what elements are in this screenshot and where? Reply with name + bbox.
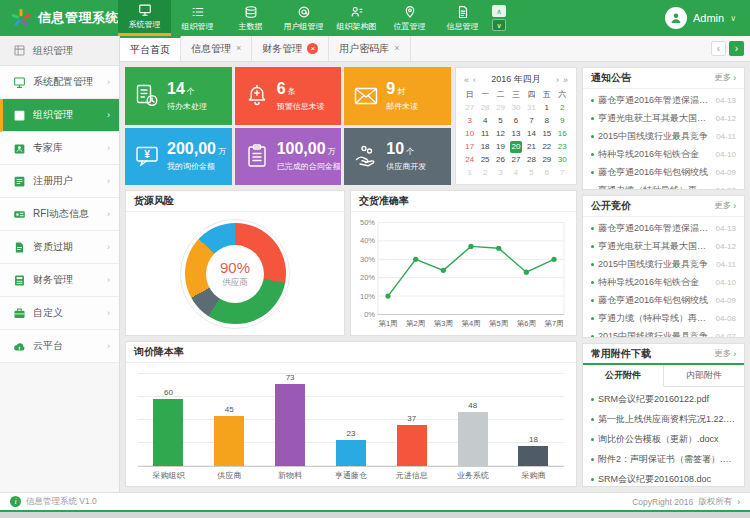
calendar-day[interactable]: 1 <box>464 167 476 179</box>
stat-card-2[interactable]: 6条预警信息未读 <box>235 67 342 125</box>
calendar-day[interactable]: 6 <box>541 167 553 179</box>
calendar-day[interactable]: 7 <box>525 115 537 127</box>
calendar-day[interactable]: 18 <box>479 141 491 153</box>
calendar-next-button[interactable]: › <box>554 75 561 85</box>
calendar-day[interactable]: 12 <box>495 128 507 140</box>
list-item[interactable]: 亨通力缆（特种导线）再次中04-08 <box>583 309 744 327</box>
tab-scroll-right-button[interactable]: › <box>729 41 744 56</box>
list-item[interactable]: 亨通光电获土耳其最大国网运04-12 <box>583 109 744 127</box>
tab-2[interactable]: 信息管理× <box>181 36 252 61</box>
attachment-item[interactable]: SRM会议纪要20160122.pdf <box>583 389 744 409</box>
calendar-day[interactable]: 14 <box>525 128 537 140</box>
tab-1[interactable]: 平台首页 <box>120 36 181 61</box>
calendar-day[interactable]: 26 <box>495 154 507 166</box>
attachment-item[interactable]: 第一批上线供应商资料完况1.22.xlsx <box>583 409 744 429</box>
list-item[interactable]: 藤仓亨通2016年铝包钢绞线04-09 <box>583 163 744 181</box>
stat-card-6[interactable]: 10个供应商开发 <box>344 128 451 186</box>
stat-card-4[interactable]: ¥200,00万我的询价金额 <box>125 128 232 186</box>
sidebar-item-6[interactable]: 资质过期› <box>0 231 119 264</box>
nav-item-4[interactable]: 用户组管理 <box>277 0 330 36</box>
nav-item-5[interactable]: 组织架构图 <box>330 0 383 36</box>
list-item[interactable]: 藤仓亨通2016年管道保温棉询04-13 <box>583 219 744 237</box>
calendar-day[interactable]: 31 <box>525 102 537 114</box>
nav-item-3[interactable]: 主数据 <box>224 0 277 36</box>
list-item[interactable]: 特种导线2016年铝铁合金04-10 <box>583 273 744 291</box>
stat-card-3[interactable]: 9封邮件未读 <box>344 67 451 125</box>
sidebar-item-3[interactable]: 专家库› <box>0 132 119 165</box>
calendar-day[interactable]: 22 <box>541 141 553 153</box>
bidding-more-link[interactable]: 更多 › <box>714 200 736 212</box>
calendar-day[interactable]: 19 <box>495 141 507 153</box>
calendar-day[interactable]: 20 <box>510 141 522 153</box>
calendar-day[interactable]: 30 <box>510 102 522 114</box>
calendar-day[interactable]: 1 <box>541 102 553 114</box>
calendar-day[interactable]: 17 <box>464 141 476 153</box>
calendar-day[interactable]: 3 <box>495 167 507 179</box>
calendar-day[interactable]: 25 <box>479 154 491 166</box>
stat-card-1[interactable]: 14个待办未处理 <box>125 67 232 125</box>
calendar-day[interactable]: 16 <box>556 128 568 140</box>
alert-close-icon[interactable]: × <box>307 43 318 54</box>
nav-item-6[interactable]: 位置管理 <box>383 0 436 36</box>
calendar-fast-prev-button[interactable]: « <box>462 75 471 85</box>
calendar-day[interactable]: 30 <box>556 154 568 166</box>
close-icon[interactable]: × <box>394 44 399 53</box>
tab-3[interactable]: 财务管理× <box>252 36 329 61</box>
calendar-day[interactable]: 2 <box>556 102 568 114</box>
sidebar-item-4[interactable]: 注册用户› <box>0 165 119 198</box>
list-item[interactable]: 2015中国线缆行业最具竞争04-11 <box>583 255 744 273</box>
sidebar-item-2[interactable]: 组织管理› <box>0 99 119 132</box>
calendar-day[interactable]: 6 <box>510 115 522 127</box>
calendar-day[interactable]: 27 <box>464 102 476 114</box>
sidebar-item-8[interactable]: 自定义› <box>0 297 119 330</box>
sidebar-item-5[interactable]: RFI动态信息› <box>0 198 119 231</box>
close-icon[interactable]: × <box>236 44 241 53</box>
tab-scroll-left-button[interactable]: ‹ <box>711 41 726 56</box>
calendar-day[interactable]: 5 <box>495 115 507 127</box>
nav-scroll-down-button[interactable]: ∨ <box>492 19 506 31</box>
sidebar-item-7[interactable]: 财务管理› <box>0 264 119 297</box>
attachment-item[interactable]: SRM会议纪要20160108.doc <box>583 469 744 486</box>
user-menu[interactable]: Admin ∨ <box>665 0 750 36</box>
list-item[interactable]: 2015中国线缆行业最具竞争04-07 <box>583 327 744 337</box>
list-item[interactable]: 亨通力缆（特种导线）再次中04-08 <box>583 181 744 189</box>
calendar-day[interactable]: 28 <box>479 102 491 114</box>
calendar-day[interactable]: 7 <box>556 167 568 179</box>
calendar-fast-next-button[interactable]: » <box>561 75 570 85</box>
calendar-prev-button[interactable]: ‹ <box>471 75 478 85</box>
calendar-day[interactable]: 2 <box>479 167 491 179</box>
sidebar-item-9[interactable]: 云平台› <box>0 330 119 363</box>
nav-item-2[interactable]: 组织管理 <box>171 0 224 36</box>
attachment-item[interactable]: 附件2：声明保证书（需签署）.doc <box>583 449 744 469</box>
nav-item-1[interactable]: 系统管理 <box>118 0 171 36</box>
attachments-more-link[interactable]: 更多 › <box>714 348 736 360</box>
calendar-day[interactable]: 8 <box>541 115 553 127</box>
attachment-tab-2[interactable]: 内部附件 <box>664 365 744 387</box>
list-item[interactable]: 藤仓亨通2016年管道保温棉询04-13 <box>583 91 744 109</box>
list-item[interactable]: 2015中国线缆行业最具竞争04-11 <box>583 127 744 145</box>
tab-4[interactable]: 用户密码库× <box>329 36 410 61</box>
attachment-item[interactable]: 询比价公告模板（更新）.docx <box>583 429 744 449</box>
stat-card-5[interactable]: 100,00万已完成的合同金额 <box>235 128 342 186</box>
calendar-day[interactable]: 27 <box>510 154 522 166</box>
nav-item-7[interactable]: 信息管理 <box>436 0 489 36</box>
nav-scroll-up-button[interactable]: ∧ <box>492 5 506 17</box>
calendar-day[interactable]: 23 <box>556 141 568 153</box>
attachment-tab-1[interactable]: 公开附件 <box>583 365 664 387</box>
calendar-day[interactable]: 29 <box>541 154 553 166</box>
calendar-day[interactable]: 3 <box>464 115 476 127</box>
sidebar-item-1[interactable]: 系统配置管理› <box>0 66 119 99</box>
calendar-day[interactable]: 4 <box>479 115 491 127</box>
notices-more-link[interactable]: 更多 › <box>714 72 736 84</box>
calendar-day[interactable]: 24 <box>464 154 476 166</box>
calendar-day[interactable]: 11 <box>479 128 491 140</box>
calendar-day[interactable]: 4 <box>510 167 522 179</box>
calendar-day[interactable]: 28 <box>525 154 537 166</box>
calendar-day[interactable]: 10 <box>464 128 476 140</box>
calendar-day[interactable]: 15 <box>541 128 553 140</box>
calendar-day[interactable]: 21 <box>525 141 537 153</box>
calendar-day[interactable]: 5 <box>525 167 537 179</box>
calendar-day[interactable]: 29 <box>495 102 507 114</box>
list-item[interactable]: 藤仓亨通2016年铝包钢绞线04-09 <box>583 291 744 309</box>
list-item[interactable]: 特种导线2016年铝铁合金04-10 <box>583 145 744 163</box>
